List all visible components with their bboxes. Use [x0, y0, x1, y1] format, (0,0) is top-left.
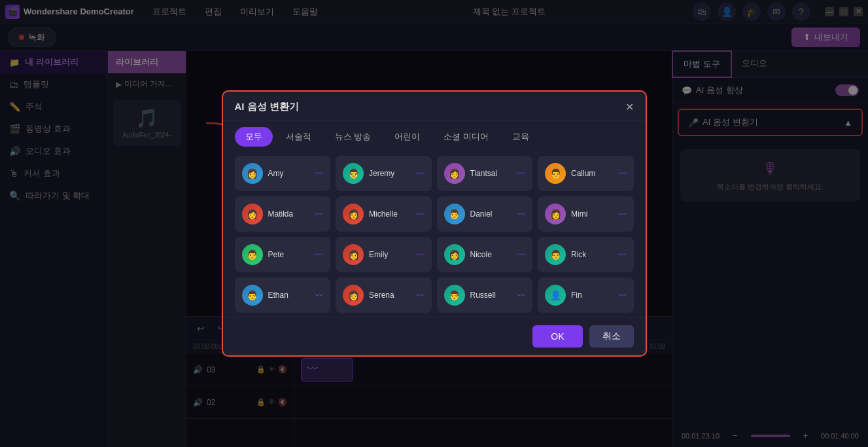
voice-card-amy[interactable]: 👩Amy〰 — [235, 156, 331, 191]
dialog-close-button[interactable]: ✕ — [625, 101, 634, 113]
voice-avatar-serena: 👩 — [343, 285, 364, 306]
dialog-tab-4[interactable]: 소셜 미디어 — [433, 127, 499, 147]
voice-card-jeremy[interactable]: 👨Jeremy〰 — [336, 156, 432, 191]
wave-icon-amy: 〰 — [315, 169, 323, 179]
wave-icon-mimi: 〰 — [618, 209, 627, 219]
voice-card-ethan[interactable]: 👨Ethan〰 — [235, 277, 331, 313]
voice-grid: 👩Amy〰👨Jeremy〰👩Tiantsai〰👨Callum〰👩Matilda〰… — [223, 147, 646, 317]
voice-avatar-fin: 👤 — [545, 285, 566, 306]
ok-button[interactable]: OK — [532, 325, 582, 348]
dialog-tabs: 모두서술적뉴스 방송어린이소셜 미디어교육 — [223, 120, 646, 147]
dialog-tab-1[interactable]: 서술적 — [275, 127, 322, 147]
voice-name-mimi: Mimi — [571, 209, 613, 219]
voice-avatar-russell: 👨 — [444, 285, 465, 306]
wave-icon-nicole: 〰 — [517, 250, 525, 260]
wave-icon-russell: 〰 — [517, 291, 525, 300]
voice-card-serena[interactable]: 👩Serena〰 — [336, 277, 432, 313]
voice-avatar-rick: 👨 — [545, 244, 566, 265]
wave-icon-ethan: 〰 — [315, 291, 323, 300]
voice-name-pete: Pete — [268, 250, 310, 259]
voice-avatar-jeremy: 👨 — [343, 163, 364, 184]
voice-name-michelle: Michelle — [369, 209, 411, 219]
voice-card-nicole[interactable]: 👩Nicole〰 — [437, 237, 533, 272]
voice-avatar-ethan: 👨 — [242, 285, 263, 306]
voice-name-emily: Emily — [369, 250, 411, 259]
voice-name-daniel: Daniel — [470, 209, 512, 219]
wave-icon-matilda: 〰 — [315, 209, 323, 219]
dialog-tab-5[interactable]: 교육 — [502, 127, 540, 147]
voice-avatar-amy: 👩 — [242, 163, 263, 184]
voice-avatar-matilda: 👩 — [242, 204, 263, 224]
voice-card-matilda[interactable]: 👩Matilda〰 — [235, 196, 331, 232]
voice-card-pete[interactable]: 👨Pete〰 — [235, 237, 331, 272]
voice-avatar-daniel: 👨 — [444, 204, 465, 224]
voice-name-nicole: Nicole — [470, 250, 512, 259]
voice-avatar-michelle: 👩 — [343, 204, 364, 224]
voice-name-amy: Amy — [268, 169, 310, 178]
dialog-title: AI 음성 변환기 — [235, 101, 299, 113]
wave-icon-daniel: 〰 — [517, 209, 525, 219]
voice-name-ethan: Ethan — [268, 291, 310, 300]
dialog-header: AI 음성 변환기 ✕ — [223, 92, 646, 120]
wave-icon-callum: 〰 — [618, 169, 627, 179]
voice-card-russell[interactable]: 👨Russell〰 — [437, 277, 533, 313]
voice-card-emily[interactable]: 👩Emily〰 — [336, 237, 432, 272]
voice-card-fin[interactable]: 👤Fin〰 — [538, 277, 634, 313]
wave-icon-emily: 〰 — [416, 250, 425, 260]
dialog-tab-0[interactable]: 모두 — [235, 127, 273, 147]
dialog-tab-3[interactable]: 어린이 — [384, 127, 430, 147]
voice-card-callum[interactable]: 👨Callum〰 — [538, 156, 634, 191]
voice-name-serena: Serena — [369, 291, 411, 300]
voice-name-rick: Rick — [571, 250, 613, 259]
dialog-footer: OK 취소 — [223, 317, 646, 355]
wave-icon-rick: 〰 — [618, 250, 627, 260]
dialog-tab-2[interactable]: 뉴스 방송 — [324, 127, 382, 147]
wave-icon-fin: 〰 — [618, 291, 627, 300]
voice-name-russell: Russell — [470, 291, 512, 300]
voice-name-jeremy: Jeremy — [369, 169, 411, 178]
ai-voice-dialog: AI 음성 변환기 ✕ 모두서술적뉴스 방송어린이소셜 미디어교육 👩Amy〰👨… — [222, 90, 647, 357]
wave-icon-michelle: 〰 — [416, 209, 425, 219]
voice-card-rick[interactable]: 👨Rick〰 — [538, 237, 634, 272]
voice-name-matilda: Matilda — [268, 209, 310, 219]
wave-icon-jeremy: 〰 — [416, 169, 425, 179]
voice-avatar-emily: 👩 — [343, 244, 364, 265]
voice-name-callum: Callum — [571, 169, 613, 178]
cancel-button[interactable]: 취소 — [589, 325, 634, 348]
dialog-overlay: AI 음성 변환기 ✕ 모두서술적뉴스 방송어린이소셜 미디어교육 👩Amy〰👨… — [0, 0, 868, 447]
voice-avatar-tiantsai: 👩 — [444, 163, 465, 184]
voice-card-mimi[interactable]: 👩Mimi〰 — [538, 196, 634, 232]
voice-avatar-pete: 👨 — [242, 244, 263, 265]
voice-name-fin: Fin — [571, 291, 613, 300]
wave-icon-serena: 〰 — [416, 291, 425, 300]
wave-icon-tiantsai: 〰 — [517, 169, 525, 179]
voice-avatar-callum: 👨 — [545, 163, 566, 184]
voice-name-tiantsai: Tiantsai — [470, 169, 512, 178]
voice-card-tiantsai[interactable]: 👩Tiantsai〰 — [437, 156, 533, 191]
voice-card-daniel[interactable]: 👨Daniel〰 — [437, 196, 533, 232]
wave-icon-pete: 〰 — [315, 250, 323, 260]
voice-card-michelle[interactable]: 👩Michelle〰 — [336, 196, 432, 232]
voice-avatar-nicole: 👩 — [444, 244, 465, 265]
voice-avatar-mimi: 👩 — [545, 204, 566, 224]
